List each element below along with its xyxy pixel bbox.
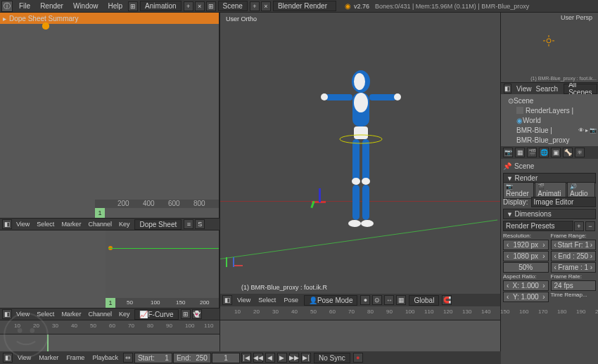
layers-icon[interactable]: ▦	[396, 295, 406, 305]
display-dropdown[interactable]: Image Editor	[531, 197, 596, 207]
dope-sheet-editor[interactable]: ▸Dope Sheet Summary 200 400 600 800 1	[0, 13, 220, 218]
menu-help[interactable]: Help	[103, 2, 128, 10]
vis-icons[interactable]: 👁 ▸ 📷	[578, 127, 597, 134]
del-preset-icon[interactable]: −	[585, 221, 595, 231]
editor-type-icon[interactable]: ◧	[222, 295, 232, 305]
menu-window[interactable]: Window	[68, 2, 103, 10]
orientation-dropdown[interactable]: Global	[409, 295, 439, 306]
outliner-scene[interactable]: ⊙ Scene	[502, 96, 597, 105]
menu-playback[interactable]: Playback	[89, 354, 122, 361]
snap-icon[interactable]: 🧲	[442, 295, 452, 305]
menu-view[interactable]: View	[14, 354, 34, 361]
ghost-icon[interactable]: 👻	[192, 309, 202, 319]
fps-dropdown[interactable]: 24 fps	[551, 280, 597, 291]
fcurve-mode-dropdown[interactable]: 📈 F-Curve	[134, 309, 178, 320]
autokey-icon[interactable]: ●	[353, 353, 363, 363]
play-rev-icon[interactable]: ◀	[265, 353, 275, 363]
play-icon[interactable]: ▶	[277, 353, 287, 363]
shading-icon[interactable]: ●	[360, 295, 370, 305]
summary-toggle-icon[interactable]: ≡	[184, 219, 193, 229]
menu-marker[interactable]: Marker	[58, 311, 84, 318]
menu-select[interactable]: Select	[33, 311, 58, 318]
dimensions-section-header[interactable]: ▼ Dimensions	[503, 209, 596, 219]
editor-type-icon[interactable]: ◧	[2, 219, 12, 229]
menu-frame[interactable]: Frame	[63, 354, 88, 361]
tab-bone[interactable]: 🦴	[563, 148, 573, 157]
res-y-field[interactable]: ‹1080 px›	[503, 251, 549, 261]
tab-world[interactable]: 🌐	[539, 148, 549, 157]
aspect-y-field[interactable]: ‹Y: 1.000›	[503, 292, 549, 302]
editor-type-icon[interactable]: ◧	[3, 353, 13, 363]
render-button[interactable]: 📷Render	[503, 182, 534, 199]
start-frame-field[interactable]: ‹Start Fr: 1›	[551, 240, 597, 250]
current-frame-badge[interactable]: 1	[95, 208, 105, 218]
layout-dropdown[interactable]: Animation	[140, 1, 181, 11]
start-field[interactable]: Start:1	[134, 353, 172, 363]
outliner-bmr-blue[interactable]: BMR-Blue |👁 ▸ 📷	[502, 125, 597, 135]
scene-browse-icon[interactable]: ⊞	[206, 1, 216, 11]
outliner-bmr-proxy[interactable]: BMR-Blue_proxy	[502, 135, 597, 145]
prev-key-icon[interactable]: ◀◀	[253, 353, 263, 363]
range-icon[interactable]: ⇔	[123, 353, 133, 363]
layout-browse-icon[interactable]: ⊞	[128, 1, 138, 11]
del-layout-icon[interactable]: ×	[195, 1, 205, 11]
3d-viewport[interactable]: User Ortho	[220, 13, 500, 294]
render-presets-dropdown[interactable]: Render Presets	[503, 221, 573, 231]
tab-scene[interactable]: 🎬	[527, 148, 537, 157]
end-field[interactable]: End:250	[173, 353, 211, 363]
timeline-ruler-2[interactable]: 1020304050607080901001101201301401501601…	[220, 306, 500, 320]
dope-mode-dropdown[interactable]: Dope Sheet	[134, 219, 182, 230]
outliner[interactable]: ⊙ Scene RenderLayers | ◉ World BMR-Blue …	[501, 94, 598, 146]
menu-channel[interactable]: Channel	[84, 221, 115, 228]
fcurve-editor[interactable]: 1 50 100 150 200	[0, 230, 220, 308]
normalize-icon[interactable]: ⊞	[181, 309, 191, 319]
next-key-icon[interactable]: ▶▶	[289, 353, 299, 363]
dope-summary-row[interactable]: ▸Dope Sheet Summary	[0, 13, 219, 24]
menu-view[interactable]: View	[13, 311, 33, 318]
editor-type-icon[interactable]: ◧	[2, 309, 12, 319]
character-armature[interactable]	[319, 69, 403, 238]
jump-start-icon[interactable]: |◀	[241, 353, 251, 363]
menu-select[interactable]: Select	[255, 297, 279, 304]
aspect-x-field[interactable]: ‹X: 1.000›	[503, 280, 549, 291]
outliner-filter[interactable]: All Scenes	[564, 84, 597, 94]
jump-end-icon[interactable]: ▶|	[301, 353, 311, 363]
menu-view[interactable]: View	[516, 85, 532, 93]
tab-render[interactable]: 📷	[503, 148, 513, 157]
manip-toggle-icon[interactable]: ↔	[384, 295, 394, 305]
current-frame-field[interactable]: 1	[212, 353, 240, 363]
scene-dropdown[interactable]: Scene	[218, 1, 248, 11]
end-frame-field[interactable]: ‹End : 250›	[551, 251, 597, 261]
editor-type-icon[interactable]: ◧	[504, 84, 511, 93]
del-scene-icon[interactable]: ×	[261, 1, 271, 11]
add-preset-icon[interactable]: +	[574, 221, 584, 231]
dope-ruler[interactable]: 200 400 600 800	[95, 200, 219, 208]
tab-physics[interactable]: ⚛	[575, 148, 585, 157]
menu-key[interactable]: Key	[115, 221, 134, 228]
menu-file[interactable]: File	[14, 2, 35, 10]
add-layout-icon[interactable]: +	[184, 1, 193, 11]
menu-search[interactable]: Search	[536, 85, 559, 93]
blender-icon[interactable]: ⓘ	[1, 1, 13, 12]
pivot-icon[interactable]: ⊙	[372, 295, 382, 305]
tab-layers[interactable]: ▦	[515, 148, 525, 157]
menu-select[interactable]: Select	[33, 221, 58, 228]
menu-key[interactable]: Key	[115, 311, 134, 318]
ghost-icon[interactable]: S	[195, 219, 205, 229]
animation-button[interactable]: 🎬Animati	[535, 182, 566, 199]
menu-marker[interactable]: Marker	[58, 221, 84, 228]
res-x-field[interactable]: ‹1920 px›	[503, 240, 549, 250]
menu-channel[interactable]: Channel	[84, 311, 115, 318]
camera-viewport[interactable]: User Persp (1) BMR-Blue_proxy : foot.ik.…	[501, 13, 598, 83]
menu-view[interactable]: View	[234, 297, 254, 304]
menu-view[interactable]: View	[13, 221, 33, 228]
menu-render[interactable]: Render	[35, 2, 68, 10]
menu-pose[interactable]: Pose	[280, 297, 302, 304]
res-pct-field[interactable]: 50%	[503, 262, 549, 273]
outliner-renderlayers[interactable]: RenderLayers |	[502, 105, 597, 115]
mode-dropdown[interactable]: 👤 Pose Mode	[304, 295, 358, 306]
fcurve-frame-badge[interactable]: 1	[106, 298, 115, 308]
timeline-ruler[interactable]: 1020304050607080901001101201301401501601…	[0, 320, 220, 334]
frame-step-field[interactable]: ‹Frame : 1›	[551, 262, 597, 273]
add-scene-icon[interactable]: +	[250, 1, 260, 11]
